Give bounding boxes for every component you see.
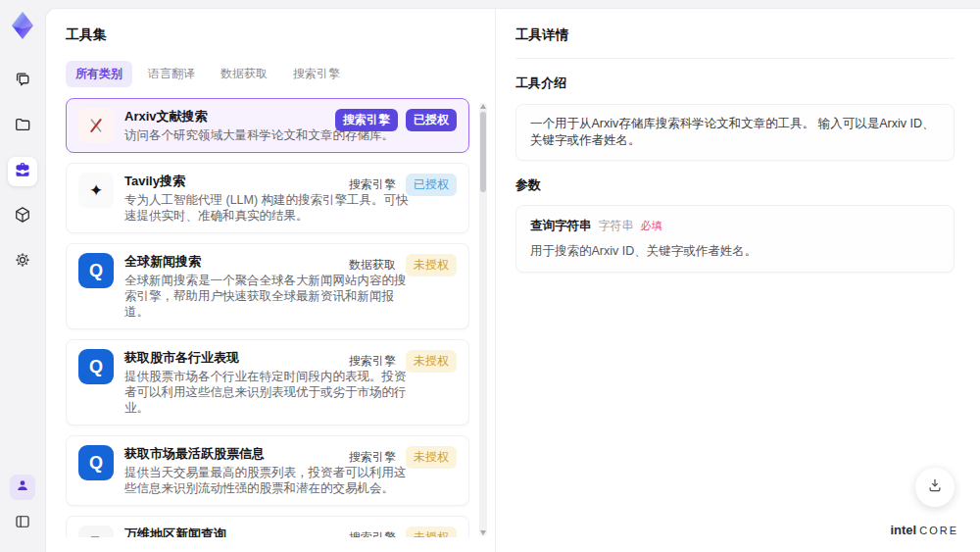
tool-card[interactable]: ✦Tavily搜索专为人工智能代理 (LLM) 构建的搜索引擎工具。可快速提供实… — [66, 163, 469, 233]
sidebar-rail — [0, 0, 45, 552]
parameter-type: 字符串 — [599, 218, 634, 234]
tool-list: Arxiv文献搜索访问各个研究领域大量科学论文和文章的存储库。搜索引擎已授权✦T… — [66, 98, 469, 537]
sidebar-item-settings[interactable] — [8, 247, 37, 276]
category-tag: 数据获取 — [349, 257, 396, 274]
qnews-icon: Q — [78, 253, 114, 288]
tab-category-0[interactable]: 所有类别 — [66, 61, 132, 87]
tool-card[interactable]: 万维地区新闻查询查询具体行政区划内的新闻，快速了解各地新闻动搜索引擎未授权 — [66, 516, 469, 537]
sidebar-item-tools[interactable] — [8, 157, 37, 186]
sidebar-item-files[interactable] — [8, 112, 37, 141]
download-button[interactable] — [915, 468, 955, 507]
category-tag: 搜索引擎 — [349, 449, 396, 466]
user-avatar-button[interactable] — [10, 475, 35, 500]
tool-tags: 搜索引擎已授权 — [335, 109, 457, 131]
sidebar-nav — [8, 67, 37, 276]
auth-status-badge: 未授权 — [406, 350, 457, 373]
panel-toggle-icon — [14, 513, 31, 534]
panel-toggle-button[interactable] — [8, 509, 37, 538]
scroll-up-icon[interactable] — [480, 104, 486, 109]
category-tabs: 所有类别语言翻译数据获取搜索引擎 — [66, 61, 491, 87]
tool-tags: 搜索引擎未授权 — [349, 446, 457, 469]
tab-category-1[interactable]: 语言翻译 — [138, 61, 205, 87]
tool-description: 专为人工智能代理 (LLM) 构建的搜索引擎工具。可快速提供实时、准确和真实的结… — [124, 192, 412, 224]
star-icon: ✦ — [78, 173, 114, 208]
arxiv-icon — [78, 108, 114, 143]
gear-icon — [13, 250, 32, 274]
qnews-icon: Q — [78, 445, 114, 480]
auth-status-badge: 未授权 — [406, 446, 457, 469]
scroll-down-icon[interactable] — [480, 530, 486, 535]
app-logo-icon — [7, 10, 38, 41]
params-section-title: 参数 — [515, 176, 955, 194]
parameter-name: 查询字符串 — [530, 218, 592, 234]
category-tag: 搜索引擎 — [349, 176, 396, 193]
tool-tags: 搜索引擎未授权 — [349, 350, 457, 373]
scrollbar[interactable] — [479, 103, 487, 536]
tool-description: 全球新闻搜索是一个聚合全球各大新闻网站内容的搜索引擎，帮助用户快速获取全球最新资… — [124, 273, 412, 320]
tool-card[interactable]: Q全球新闻搜索全球新闻搜索是一个聚合全球各大新闻网站内容的搜索引擎，帮助用户快速… — [66, 243, 469, 329]
detail-title: 工具详情 — [515, 26, 955, 44]
category-tag: 搜索引擎 — [349, 353, 396, 370]
auth-status-badge: 已授权 — [406, 109, 457, 131]
required-badge: 必填 — [641, 219, 662, 233]
auth-status-badge: 已授权 — [406, 174, 457, 196]
sidebar-bottom — [8, 475, 37, 538]
chat-icon — [13, 70, 32, 93]
cube-icon — [13, 205, 32, 228]
user-icon — [15, 477, 30, 497]
tool-intro-text: 一个用于从Arxiv存储库搜索科学论文和文章的工具。 输入可以是Arxiv ID… — [515, 104, 955, 161]
sidebar-item-models[interactable] — [8, 202, 37, 231]
download-icon — [926, 477, 944, 498]
tool-description: 提供股票市场各个行业在特定时间段内的表现。投资者可以利用这些信息来识别表现优于或… — [124, 369, 412, 416]
auth-status-badge: 未授权 — [406, 527, 457, 537]
app-window: 工具集 所有类别语言翻译数据获取搜索引擎 Arxiv文献搜索访问各个研究领域大量… — [0, 0, 980, 552]
tool-detail-panel: 工具详情 工具介绍 一个用于从Arxiv存储库搜索科学论文和文章的工具。 输入可… — [495, 9, 980, 552]
sidebar-item-chat[interactable] — [8, 67, 37, 96]
intro-section-title: 工具介绍 — [515, 75, 955, 92]
tab-category-3[interactable]: 搜索引擎 — [283, 61, 350, 87]
brand-core-text: CORE — [919, 525, 958, 536]
tool-card[interactable]: Arxiv文献搜索访问各个研究领域大量科学论文和文章的存储库。搜索引擎已授权 — [66, 98, 469, 153]
qnews-icon: Q — [78, 349, 114, 384]
tool-tags: 数据获取未授权 — [349, 254, 457, 276]
parameter-description: 用于搜索的Arxiv ID、关键字或作者姓名。 — [530, 243, 940, 260]
tool-description: 提供当天交易量最高的股票列表，投资者可以利用这些信息来识别流动性强的股票和潜在的… — [124, 465, 412, 496]
parameter-card: 查询字符串 字符串 必填 用于搜索的Arxiv ID、关键字或作者姓名。 — [515, 205, 955, 273]
building-icon — [78, 526, 114, 537]
parameter-header: 查询字符串 字符串 必填 — [530, 218, 940, 234]
auth-status-badge: 未授权 — [406, 254, 457, 276]
tool-tags: 搜索引擎已授权 — [349, 174, 457, 196]
tool-tags: 搜索引擎未授权 — [349, 527, 457, 537]
tool-card[interactable]: Q获取市场最活跃股票信息提供当天交易量最高的股票列表，投资者可以利用这些信息来识… — [66, 435, 469, 506]
divider — [515, 58, 955, 59]
category-tag: 搜索引擎 — [335, 109, 398, 131]
tool-list-panel: 工具集 所有类别语言翻译数据获取搜索引擎 Arxiv文献搜索访问各个研究领域大量… — [46, 9, 495, 552]
tool-card[interactable]: Q获取股市各行业表现提供股票市场各个行业在特定时间段内的表现。投资者可以利用这些… — [66, 339, 469, 426]
toolbox-icon — [13, 160, 32, 183]
brand-intel-text: intel — [890, 523, 916, 537]
content-area: 工具集 所有类别语言翻译数据获取搜索引擎 Arxiv文献搜索访问各个研究领域大量… — [45, 8, 980, 552]
folder-icon — [13, 115, 32, 138]
scrollbar-thumb[interactable] — [480, 112, 486, 192]
intel-core-logo: intel CORE — [890, 523, 958, 537]
tab-category-2[interactable]: 数据获取 — [211, 61, 277, 87]
category-tag: 搜索引擎 — [349, 529, 396, 537]
page-title: 工具集 — [66, 26, 491, 44]
